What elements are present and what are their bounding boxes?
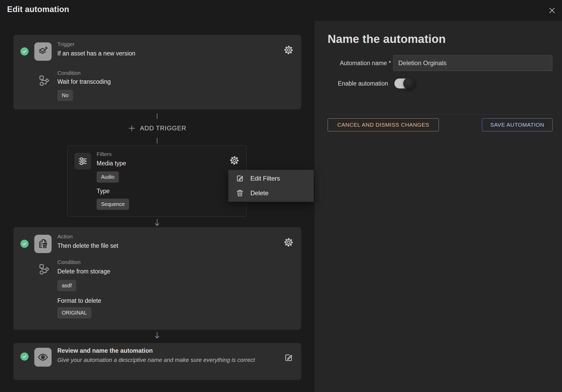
panel-divider: [328, 114, 553, 115]
connector-line: [157, 113, 157, 119]
menu-item-delete[interactable]: Delete: [228, 187, 314, 200]
review-subtitle: Give your automation a descriptive name …: [57, 356, 285, 364]
gear-icon: [284, 238, 293, 247]
down-arrow-icon: [153, 219, 161, 227]
eye-icon: [34, 348, 52, 367]
action-title: Then delete the file set: [57, 242, 118, 249]
action-label: Action: [57, 233, 73, 240]
gear-icon: [284, 45, 293, 55]
connector-line: [157, 138, 157, 144]
filter-field-name: Type: [97, 188, 110, 195]
edit-icon: [284, 353, 293, 362]
add-trigger-button[interactable]: ADD TRIGGER: [105, 121, 210, 135]
action-condition-name: Delete from storage: [57, 268, 110, 275]
trigger-title: If an asset has a new version: [57, 50, 135, 57]
filters-context-menu: Edit Filters Delete: [228, 170, 314, 202]
down-arrow-icon: [153, 331, 161, 339]
filters-card[interactable]: Filters Media type Audio Type Sequence: [67, 145, 247, 217]
trigger-condition-label: Condition: [57, 70, 81, 76]
trigger-label: Trigger: [57, 41, 75, 47]
menu-item-label: Delete: [250, 189, 268, 197]
automation-name-label: Automation name *: [322, 60, 391, 67]
trigger-condition-value-chip: No: [57, 90, 73, 101]
check-circle-icon: [20, 47, 29, 55]
check-circle-icon: [20, 240, 29, 248]
menu-item-label: Edit Filters: [250, 175, 280, 182]
filter-field-value-chip: Audio: [97, 171, 119, 183]
action-field-name: Format to delete: [57, 297, 101, 304]
gear-icon: [230, 156, 239, 165]
action-card[interactable]: Action Then delete the file set Conditio…: [13, 227, 301, 330]
filter-field-name: Media type: [97, 160, 126, 167]
filters-settings-button[interactable]: [230, 156, 239, 165]
trigger-settings-button[interactable]: [284, 45, 293, 55]
trigger-condition-name: Wait for transcoding: [57, 78, 111, 85]
condition-icon: [38, 263, 51, 275]
close-icon: [548, 7, 556, 14]
menu-item-edit-filters[interactable]: Edit Filters: [228, 172, 314, 185]
save-automation-button[interactable]: SAVE AUTOMATION: [482, 118, 553, 131]
enable-automation-toggle[interactable]: [394, 79, 415, 88]
action-condition-label: Condition: [57, 259, 81, 265]
review-edit-button[interactable]: [284, 353, 293, 362]
condition-icon: [38, 75, 51, 87]
page-title: Edit automation: [7, 5, 69, 14]
trigger-card[interactable]: Trigger If an asset has a new version Co…: [13, 35, 301, 109]
add-trigger-label: ADD TRIGGER: [140, 125, 186, 132]
filters-label: Filters: [97, 151, 112, 157]
close-button[interactable]: [547, 6, 557, 15]
panel-heading: Name the automation: [328, 32, 446, 46]
delete-files-icon: [34, 235, 52, 253]
check-circle-icon: [20, 352, 29, 361]
filter-field-value-chip: Sequence: [97, 199, 129, 210]
name-automation-panel: Name the automation Automation name * En…: [315, 21, 562, 392]
action-condition-value-chip: asdf: [57, 280, 76, 291]
trash-icon: [236, 189, 244, 197]
trigger-layers-icon: [34, 42, 52, 61]
review-card[interactable]: Review and name the automation Give your…: [13, 343, 301, 380]
toggle-knob: [403, 77, 415, 89]
review-title: Review and name the automation: [57, 347, 153, 354]
action-settings-button[interactable]: [284, 238, 293, 247]
action-field-value-chip: ORIGINAL: [57, 307, 91, 318]
cancel-button[interactable]: CANCEL AND DISMISS CHANGES: [328, 118, 439, 131]
edit-icon: [236, 174, 244, 183]
filters-sliders-icon: [74, 153, 91, 170]
automation-name-input[interactable]: [393, 55, 552, 71]
enable-automation-label: Enable automation: [338, 80, 388, 87]
plus-icon: [128, 124, 136, 132]
